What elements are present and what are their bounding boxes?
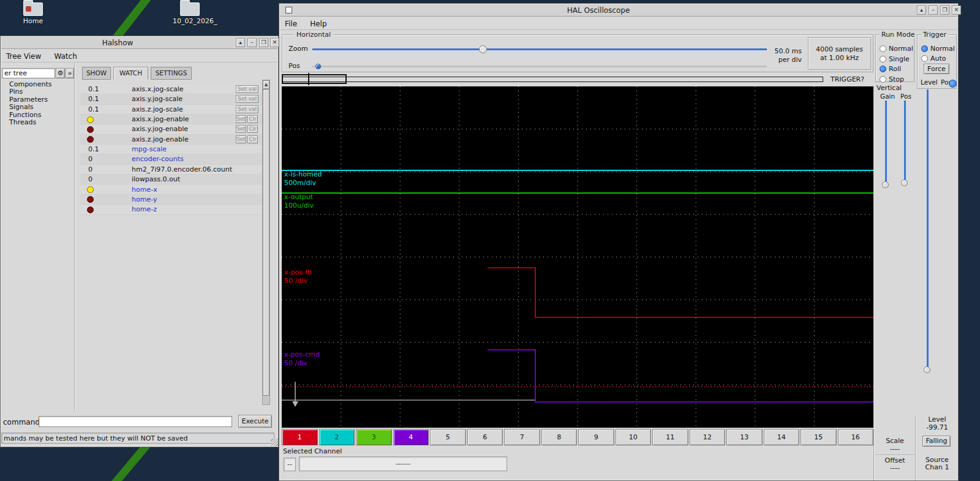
watch-row[interactable]: 0encoder-counts	[80, 154, 262, 164]
channel-button-8[interactable]: 8	[541, 429, 578, 445]
tree-item-pins[interactable]: Pins	[1, 88, 73, 96]
rollup-button[interactable]: ▴	[917, 6, 926, 15]
run-mode-option-single[interactable]: Single	[880, 53, 910, 61]
tree-item-signals[interactable]: Signals	[1, 104, 73, 111]
force-button[interactable]: Force	[924, 64, 949, 74]
channel-button-7[interactable]: 7	[504, 429, 540, 445]
watch-row[interactable]: 0hm2_7i97.0.encoder.06.count	[80, 165, 262, 175]
watch-name: axis.x.jog-enable	[132, 115, 189, 123]
minimize-button[interactable]: –	[247, 38, 257, 47]
trigger-level-handle[interactable]	[924, 366, 930, 373]
watch-row[interactable]: 0ilowpass.0.out	[80, 175, 262, 184]
watch-scrollbar[interactable]: ▲	[262, 80, 270, 405]
command-input[interactable]	[39, 416, 232, 427]
execute-button[interactable]: Execute	[238, 415, 272, 428]
watch-row[interactable]: home-y	[80, 195, 262, 205]
set-button[interactable]: Set	[236, 125, 246, 133]
clr-button[interactable]: Clr	[247, 125, 258, 133]
gear-icon[interactable]: ⚙	[56, 68, 65, 78]
set-val-button[interactable]: Set val	[236, 105, 258, 113]
vertical-pos-slider[interactable]	[904, 100, 906, 183]
watch-name: home-z	[132, 205, 157, 213]
set-button[interactable]: Set	[236, 135, 246, 143]
channel-button-16[interactable]: 16	[838, 429, 874, 445]
run-mode-option-roll[interactable]: Roll	[880, 62, 901, 70]
watch-row[interactable]: axis.x.jog-enableSetClr	[80, 115, 262, 124]
close-button[interactable]: ✕	[270, 38, 279, 47]
channel-button-14[interactable]: 14	[764, 429, 800, 445]
halshow-menubar: Tree View Watch	[1, 50, 277, 62]
watch-row[interactable]: 0.1mpg-scale	[80, 145, 262, 154]
watch-name: axis.z.jog-enable	[132, 135, 189, 143]
watch-row[interactable]: axis.y.jog-enableSetClr	[80, 124, 262, 134]
scrollbar-up-icon[interactable]: ▲	[263, 80, 270, 89]
run-mode-option-stop[interactable]: Stop	[880, 73, 904, 81]
channel-button-13[interactable]: 13	[726, 429, 763, 445]
tab-show[interactable]: SHOW	[82, 67, 111, 80]
desktop-icon-folder[interactable]: 10_02_2026_	[173, 0, 207, 25]
selected-channel-value[interactable]: ------	[299, 456, 507, 471]
set-val-button[interactable]: Set val	[236, 95, 258, 103]
tab-watch[interactable]: WATCH	[113, 67, 148, 80]
gain-slider-handle[interactable]	[882, 181, 889, 188]
trigger-option-normal[interactable]: Normal	[921, 42, 955, 50]
set-val-button[interactable]: Set val	[236, 85, 258, 93]
channel-button-10[interactable]: 10	[616, 429, 652, 445]
watch-row[interactable]: 0.1axis.z.jog-scaleSet val	[80, 105, 262, 115]
trigger-pos-knob[interactable]	[949, 80, 957, 88]
channel-button-2[interactable]: 2	[319, 429, 355, 445]
zoom-slider[interactable]	[312, 48, 767, 50]
channel-button-3[interactable]: 3	[356, 429, 392, 445]
scrollbar-thumb[interactable]	[263, 89, 270, 396]
watch-row[interactable]: 0.1axis.y.jog-scaleSet val	[80, 94, 262, 104]
pane-divider[interactable]	[74, 63, 75, 411]
gain-slider[interactable]	[885, 100, 887, 184]
channel-button-5[interactable]: 5	[430, 429, 466, 445]
pos-slider[interactable]	[312, 66, 767, 67]
zoom-slider-handle[interactable]	[479, 45, 487, 53]
halshow-titlebar[interactable]: Halshow ▴ – ❐ ✕	[1, 37, 277, 49]
rollup-button[interactable]: ▴	[236, 38, 245, 47]
clr-button[interactable]: Clr	[247, 135, 258, 143]
tree-item-threads[interactable]: Threads	[1, 119, 73, 126]
resize-grip[interactable]	[271, 439, 278, 446]
trigger-option-auto[interactable]: Auto	[921, 52, 946, 60]
scope-titlebar[interactable]: HAL Oscilloscope ▴ – ❐ ✕	[280, 4, 957, 17]
channel-button-12[interactable]: 12	[690, 429, 726, 445]
menu-help[interactable]: Help	[305, 18, 331, 31]
record-position-bar[interactable]	[282, 77, 823, 82]
watch-row[interactable]: home-z	[80, 205, 262, 214]
pos-slider-handle[interactable]	[315, 64, 321, 69]
minimize-button[interactable]: –	[929, 6, 938, 15]
channel-button-4[interactable]: 4	[393, 429, 429, 445]
watch-row[interactable]: axis.z.jog-enableSetClr	[80, 135, 262, 145]
edge-button[interactable]: Falling	[922, 436, 951, 447]
per-div-caption: per div	[758, 56, 802, 64]
record-view-window[interactable]	[282, 74, 347, 84]
maximize-button[interactable]: ❐	[940, 6, 949, 15]
clr-button[interactable]: Clr	[247, 115, 258, 123]
channel-button-11[interactable]: 11	[652, 429, 688, 445]
run-mode-option-normal[interactable]: Normal	[880, 42, 913, 50]
set-button[interactable]: Set	[236, 115, 246, 123]
channel-button-15[interactable]: 15	[801, 429, 837, 445]
menu-file[interactable]: File	[280, 18, 302, 31]
menu-watch[interactable]: Watch	[49, 50, 81, 63]
watch-row[interactable]: home-x	[80, 185, 262, 195]
record-cursor[interactable]	[308, 73, 309, 85]
desktop-icon-home[interactable]: Home	[16, 0, 50, 25]
vertical-pos-slider-handle[interactable]	[901, 180, 908, 186]
expand-pane-button[interactable]: »	[66, 68, 74, 78]
channel-button-9[interactable]: 9	[578, 429, 614, 445]
tab-settings[interactable]: SETTINGS	[151, 67, 192, 80]
scope-display[interactable]: x-is-homed500m/divx-output100u/divx-pos-…	[282, 86, 873, 428]
maximize-button[interactable]: ❐	[259, 38, 268, 47]
watch-row[interactable]: 0.1axis.x.jog-scaleSet val	[80, 85, 262, 94]
trigger-level-slider[interactable]	[927, 89, 929, 373]
tree-search-input[interactable]	[2, 68, 55, 78]
channel-button-6[interactable]: 6	[467, 429, 503, 445]
close-button[interactable]: ✕	[952, 6, 961, 15]
menu-tree-view[interactable]: Tree View	[1, 50, 46, 63]
selected-channel-mini[interactable]: --	[284, 458, 296, 471]
channel-button-1[interactable]: 1	[282, 429, 318, 445]
